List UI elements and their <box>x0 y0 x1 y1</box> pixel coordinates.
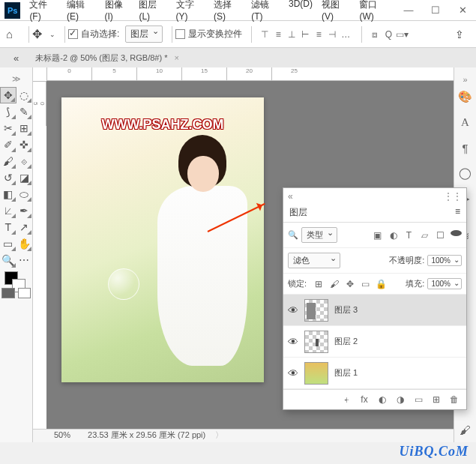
character-panel-icon[interactable]: A <box>457 114 474 130</box>
layer-thumbnail[interactable] <box>304 362 328 385</box>
link-layers-icon[interactable]: ⍅ <box>340 394 352 405</box>
share-icon[interactable]: ⇪ <box>455 28 464 40</box>
filter-pixel-icon[interactable]: ▣ <box>372 230 383 241</box>
document-info[interactable]: 23.53 厘米 x 29.56 厘米 (72 ppi) <box>88 430 205 439</box>
layer-row[interactable]: 👁 图层 2 <box>283 326 466 358</box>
layer-name[interactable]: 图层 3 <box>334 304 358 316</box>
lock-artboard-icon[interactable]: ▭ <box>360 279 371 289</box>
fx-icon[interactable]: fx <box>358 394 370 405</box>
menu-select[interactable]: 选择(S) <box>209 0 247 22</box>
rail-collapse-icon[interactable]: » <box>463 75 467 84</box>
adj-layer-icon[interactable]: ◑ <box>394 394 406 405</box>
layer-row[interactable]: 👁 图层 1 <box>283 358 466 389</box>
zoom-value[interactable]: 50% <box>54 430 70 439</box>
visibility-icon[interactable]: 👁 <box>288 336 298 348</box>
layer-thumbnail[interactable] <box>304 299 328 322</box>
3d-mode-icon[interactable]: ⧈ <box>368 28 382 41</box>
visibility-icon[interactable]: 👁 <box>288 304 298 316</box>
align-more-icon[interactable]: … <box>339 28 352 41</box>
hand-tool[interactable]: ✋ <box>16 235 33 252</box>
menu-layer[interactable]: 图层(L) <box>134 0 171 22</box>
zoom-tool[interactable]: 🔍 <box>0 252 16 268</box>
eyedropper-tool[interactable]: ✐ <box>0 136 16 153</box>
healing-tool[interactable]: ✜ <box>16 136 33 153</box>
filter-shape-icon[interactable]: ▱ <box>419 230 430 241</box>
blur-tool[interactable]: ⬭ <box>16 186 33 202</box>
new-layer-icon[interactable]: ⊞ <box>430 394 442 405</box>
panel-grip-icon[interactable]: ⋮⋮ <box>444 191 462 202</box>
marquee-tool[interactable]: ◌ <box>16 87 33 103</box>
paragraph-panel-icon[interactable]: ¶ <box>457 139 474 156</box>
filter-adjust-icon[interactable]: ◐ <box>388 230 399 241</box>
lock-transparent-icon[interactable]: ⊞ <box>313 279 324 289</box>
lock-position-icon[interactable]: ✥ <box>344 279 355 289</box>
align-right-icon[interactable]: ⊣ <box>325 28 339 41</box>
eraser-tool[interactable]: ◪ <box>16 169 33 186</box>
type-tool[interactable]: T <box>0 219 16 235</box>
fill-input[interactable]: 100% <box>427 278 462 289</box>
clone-tool[interactable]: ⟐ <box>16 153 33 169</box>
menu-filter[interactable]: 滤镜(T) <box>247 0 284 22</box>
show-transform-checkbox[interactable] <box>175 29 185 39</box>
align-top-icon[interactable]: ⊤ <box>258 28 271 41</box>
panel-collapse-icon[interactable]: « <box>288 191 293 202</box>
blend-mode-dropdown[interactable]: 滤色 <box>288 253 340 268</box>
tool-preset-caret[interactable]: ⌄ <box>49 31 55 38</box>
mask-icon[interactable]: ◐ <box>376 394 388 405</box>
quick-mask-toggle[interactable] <box>0 285 32 301</box>
tab-close-icon[interactable]: × <box>175 53 179 62</box>
lasso-tool[interactable]: ⟆ <box>0 103 16 120</box>
group-icon[interactable]: ▭ <box>412 394 424 405</box>
align-bot-icon[interactable]: ⊥ <box>285 28 298 41</box>
pen-tool[interactable]: ✒ <box>16 202 33 219</box>
visibility-icon[interactable]: 👁 <box>288 367 298 379</box>
filter-smart-icon[interactable]: ☐ <box>435 230 446 241</box>
magic-wand-tool[interactable]: ✎ <box>16 103 33 120</box>
opacity-input[interactable]: 100% <box>427 255 462 266</box>
close-icon[interactable]: ✕ <box>449 0 476 21</box>
edit-toolbar-icon[interactable]: ⋯ <box>16 252 33 268</box>
filter-type-dropdown[interactable]: 类型 <box>301 227 337 243</box>
crop-tool[interactable]: ✂ <box>0 120 16 136</box>
menu-edit[interactable]: 编辑(E) <box>62 0 100 22</box>
move-tool-icon[interactable]: ✥ <box>32 27 42 41</box>
maximize-icon[interactable]: ☐ <box>422 0 449 21</box>
layer-name[interactable]: 图层 2 <box>334 336 358 347</box>
minimize-icon[interactable]: — <box>395 0 422 21</box>
delete-layer-icon[interactable]: 🗑 <box>448 394 460 405</box>
search-icon[interactable]: Q <box>382 28 395 41</box>
auto-select-checkbox[interactable] <box>68 29 78 39</box>
path-tool[interactable]: ↗ <box>16 219 33 235</box>
menu-3d[interactable]: 3D(D) <box>284 0 317 22</box>
menu-image[interactable]: 图像(I) <box>100 0 135 22</box>
history-brush-tool[interactable]: ↺ <box>0 169 16 186</box>
dodge-tool[interactable]: ⟀ <box>0 202 16 219</box>
document-canvas[interactable]: WWW.PSAHZ.COM <box>61 97 264 382</box>
lock-all-icon[interactable]: 🔒 <box>376 279 387 289</box>
align-mid-icon[interactable]: ≡ <box>271 28 285 41</box>
collapse-panels-icon[interactable]: « <box>13 52 19 64</box>
gradient-tool[interactable]: ◧ <box>0 186 16 202</box>
filter-toggle[interactable] <box>451 230 462 236</box>
document-tab[interactable]: 未标题-2 @ 50% (图层 3, RGB/8#) * × <box>28 52 187 64</box>
filter-type-icon[interactable]: T <box>403 230 415 241</box>
home-icon[interactable]: ⌂ <box>6 28 19 40</box>
lock-image-icon[interactable]: 🖌 <box>328 279 340 289</box>
align-left-icon[interactable]: ⊢ <box>298 28 312 41</box>
layer-thumbnail[interactable] <box>304 331 328 353</box>
layers-tab[interactable]: 图层 <box>289 206 307 219</box>
tools-collapse-icon[interactable]: ≫ <box>0 70 32 87</box>
layer-row[interactable]: 👁 图层 3 <box>283 295 466 326</box>
filter-search-icon[interactable]: 🔍 <box>288 230 298 240</box>
move-tool[interactable]: ✥ <box>0 87 16 103</box>
auto-select-target-dropdown[interactable]: 图层 <box>125 25 163 43</box>
shape-tool[interactable]: ▭ <box>0 235 16 252</box>
frame-tool[interactable]: ⊞ <box>16 120 33 136</box>
layer-name[interactable]: 图层 1 <box>334 367 358 379</box>
panel-menu-icon[interactable]: ≡ <box>455 206 460 219</box>
menu-file[interactable]: 文件(F) <box>25 0 62 22</box>
align-center-icon[interactable]: ≡ <box>312 28 325 41</box>
menu-window[interactable]: 窗口(W) <box>355 0 395 22</box>
workspace-icon[interactable]: ▭▾ <box>395 28 409 41</box>
brush-settings-icon[interactable]: 🖌 <box>457 421 474 438</box>
